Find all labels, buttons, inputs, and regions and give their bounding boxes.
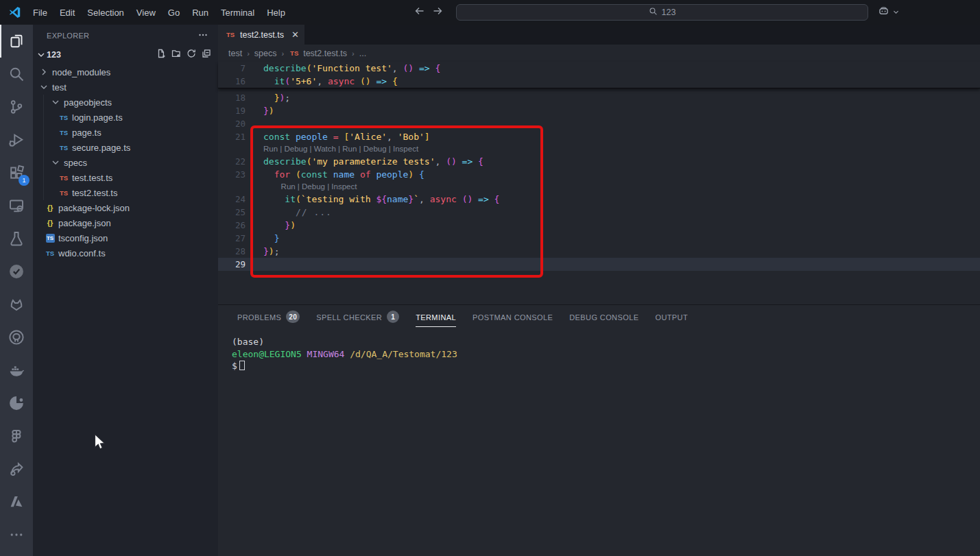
code-line-16: 16 it('5+6', async () => { [218,75,980,88]
menu-view[interactable]: View [130,8,162,18]
check-circle-icon[interactable] [0,255,33,288]
tree-item-tsconfig-json[interactable]: TStsconfig.json [33,230,218,245]
tree-item-test[interactable]: test [33,80,218,95]
codelens-actions[interactable]: Run | Debug | Inspect [263,180,357,193]
tree-item-pageobjects[interactable]: pageobjects [33,95,218,110]
terminal-cursor [239,361,245,370]
tab-test2-test-ts[interactable]: TS test2.test.ts ✕ [218,25,304,45]
codelens[interactable]: Run | Debug | Watch | Run | Debug | Insp… [218,143,980,155]
sidebar-header: EXPLORER [33,25,218,47]
more-icon[interactable] [0,518,33,551]
chevron-down-icon [892,6,900,19]
codelens[interactable]: Run | Debug | Inspect [218,181,980,193]
line-number: 18 [218,91,246,104]
search-icon[interactable] [0,58,33,90]
ts-blue-file-icon: TS [58,129,69,136]
tree-item-page-ts[interactable]: TSpage.ts [33,125,218,140]
source-control-icon[interactable] [0,90,33,123]
tree-item-test-test-ts[interactable]: TStest.test.ts [33,170,218,185]
code-lines: 18 });19})2021const people = ['Alice', '… [218,91,980,271]
breadcrumb-item-3[interactable]: TStest2.test.ts [289,49,347,58]
line-number: 24 [218,193,246,206]
line-number: 22 [218,155,246,168]
codelens-actions[interactable]: Run | Debug | Watch | Run | Debug | Insp… [263,143,418,156]
extensions-icon[interactable]: 1 [0,156,33,189]
menu-go[interactable]: Go [162,8,186,18]
tree-item-test2-test-ts[interactable]: TStest2.test.ts [33,185,218,200]
panel-tab-badge: 20 [286,311,300,323]
tree-item-secure-page-ts[interactable]: TSsecure.page.ts [33,140,218,155]
menu-help[interactable]: Help [261,8,291,18]
tree-item-package-json[interactable]: {}package.json [33,215,218,230]
forward-arrow-icon[interactable] [432,5,443,19]
panel-tab-label: OUTPUT [655,306,688,327]
new-folder-icon[interactable] [171,48,182,61]
folder-section-label: 123 [47,50,61,60]
line-content: it('5+6', async () => { [263,75,398,88]
tree-item-label: login.page.ts [72,112,123,123]
menu-terminal[interactable]: Terminal [215,8,261,18]
explorer-sidebar: EXPLORER 123 node_modulestestpageobjects… [33,25,218,556]
menu-edit[interactable]: Edit [53,8,81,18]
github-icon[interactable] [0,321,33,354]
terminal-line: (base) [232,336,980,348]
close-icon[interactable]: ✕ [291,30,299,39]
panel-tab-label: TERMINAL [416,306,456,327]
panel-tab-label: PROBLEMS [237,306,281,327]
menu-selection[interactable]: Selection [81,8,130,18]
code-line-18: 18 }); [218,91,980,104]
breadcrumb-separator: › [352,49,355,58]
line-number: 20 [218,117,246,130]
folder-section-header[interactable]: 123 [33,47,218,62]
refresh-icon[interactable] [186,48,197,61]
testing-icon[interactable] [0,222,33,255]
titlebar: FileEditSelectionViewGoRunTerminalHelp 1… [0,0,980,25]
gitlab-icon[interactable] [0,288,33,321]
menu-file[interactable]: File [27,8,53,18]
breadcrumb-item-1[interactable]: test [228,49,242,58]
terminal-line: $ [232,360,980,372]
panel-tab-terminal[interactable]: TERMINAL [416,305,456,328]
panel-tab-output[interactable]: OUTPUT [655,305,688,328]
tree-item-label: page.ts [72,128,101,138]
azure-icon[interactable] [0,485,33,518]
explorer-icon[interactable] [0,25,33,58]
pie-circle-icon[interactable] [0,387,33,420]
breadcrumb-item-2[interactable]: specs [254,49,277,58]
new-file-icon[interactable] [156,48,167,61]
line-number: 25 [218,206,246,219]
tree-item-package-lock-json[interactable]: {}package-lock.json [33,200,218,215]
panel-tab-label: SPELL CHECKER [316,306,382,327]
line-content: for (const name of people) { [263,168,425,181]
copilot-icon [878,5,889,20]
tree-item-node-modules[interactable]: node_modules [33,64,218,80]
tree-item-label: node_modules [52,67,110,77]
views-more-actions-icon[interactable] [198,29,208,42]
tree-item-login-page-ts[interactable]: TSlogin.page.ts [33,110,218,125]
breadcrumb-item-4[interactable]: ... [359,49,366,58]
line-number: 26 [218,219,246,232]
copilot-menu[interactable] [878,0,900,25]
remote-explorer-icon[interactable] [0,189,33,222]
back-arrow-icon[interactable] [414,5,425,19]
ts-config-file-icon: TS [46,234,55,243]
tree-item-specs[interactable]: specs [33,155,218,170]
code-line-27: 27 } [218,232,980,245]
code-line-21: 21const people = ['Alice', 'Bob'] [218,130,980,143]
menu-run[interactable]: Run [186,8,215,18]
terminal-output[interactable]: (base)eleon@LEGION5 MINGW64 /d/QA_A/Test… [218,328,980,372]
history-nav [414,0,443,25]
live-share-icon[interactable] [0,452,33,485]
figma-icon[interactable] [0,420,33,452]
panel-tab-debug-console[interactable]: DEBUG CONSOLE [569,305,638,328]
panel-tab-spell-checker[interactable]: SPELL CHECKER1 [316,305,399,328]
run-debug-icon[interactable] [0,123,33,156]
panel-tab-postman-console[interactable]: POSTMAN CONSOLE [473,305,553,328]
code-editor[interactable]: 7describe('Function test', () => {16 it(… [218,62,980,304]
collapse-all-icon[interactable] [201,48,212,61]
tree-item-label: package-lock.json [58,203,130,213]
command-center-search[interactable]: 123 [456,4,868,21]
docker-icon[interactable] [0,354,33,387]
panel-tab-problems[interactable]: PROBLEMS20 [237,305,300,328]
tree-item-wdio-conf-ts[interactable]: TSwdio.conf.ts [33,245,218,261]
